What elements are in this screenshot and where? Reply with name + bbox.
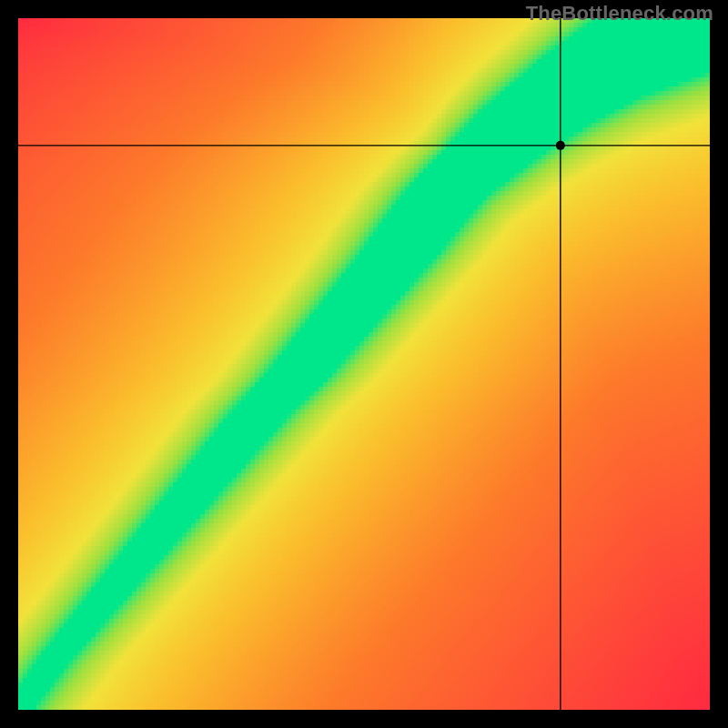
watermark-label: TheBottleneck.com — [526, 2, 713, 25]
chart-container: TheBottleneck.com — [0, 0, 728, 728]
bottleneck-heatmap — [18, 18, 710, 710]
